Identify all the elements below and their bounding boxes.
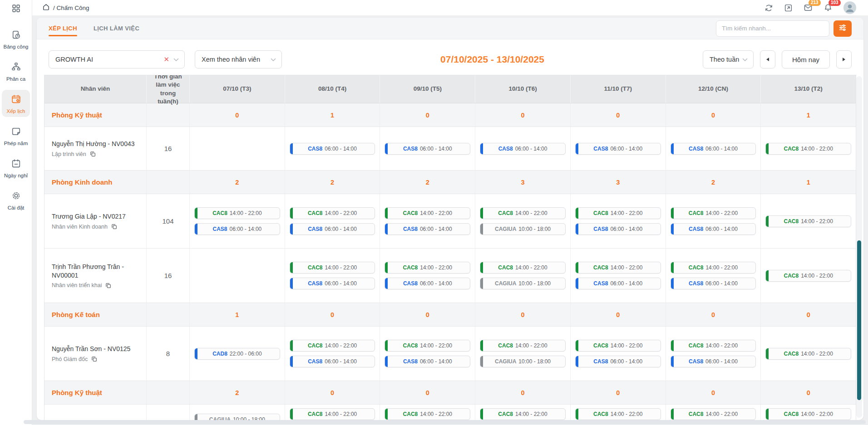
app-grid-icon[interactable] bbox=[11, 4, 21, 15]
schedule-day-cell[interactable]: CAC814:00 - 22:00 bbox=[761, 405, 856, 420]
shift-chip[interactable]: CAC814:00 - 22:00 bbox=[480, 340, 566, 352]
shift-chip[interactable]: CAS806:00 - 14:00 bbox=[290, 223, 375, 235]
refresh-icon[interactable] bbox=[764, 4, 773, 12]
schedule-day-cell[interactable]: CAS806:00 - 14:00 bbox=[571, 127, 666, 170]
schedule-day-cell[interactable]: CAC814:00 - 22:00CAS806:00 - 14:00 bbox=[571, 194, 666, 248]
copy-icon[interactable] bbox=[90, 151, 96, 157]
shift-chip[interactable]: CAC814:00 - 22:00 bbox=[575, 262, 661, 274]
sidebar-item-phan-ca[interactable]: Phân ca bbox=[2, 58, 30, 85]
shift-chip[interactable]: CAC814:00 - 22:00 bbox=[671, 207, 756, 219]
sidebar-item-cai-dat[interactable]: Cài đặt bbox=[2, 186, 30, 214]
today-button[interactable]: Hôm nay bbox=[782, 50, 830, 68]
schedule-day-cell[interactable]: CAD822:00 - 06:00 bbox=[190, 327, 285, 381]
tab-xep-lich[interactable]: XẾP LỊCH bbox=[49, 18, 77, 39]
shift-chip[interactable]: CAC814:00 - 22:00 bbox=[290, 262, 375, 274]
shift-chip[interactable]: CAC814:00 - 22:00 bbox=[575, 340, 661, 352]
shift-chip[interactable]: CAS806:00 - 14:00 bbox=[671, 278, 756, 289]
schedule-day-cell[interactable]: CAC814:00 - 22:00CAS806:00 - 14:00 bbox=[571, 327, 666, 381]
shift-chip[interactable]: CAC814:00 - 22:00 bbox=[671, 340, 756, 352]
shift-chip[interactable]: CAC814:00 - 22:00 bbox=[575, 408, 661, 420]
shift-chip[interactable]: CAS806:00 - 14:00 bbox=[575, 143, 661, 155]
schedule-day-cell[interactable]: CAC814:00 - 22:00 bbox=[475, 405, 571, 420]
shift-chip[interactable]: CAC814:00 - 22:00 bbox=[385, 408, 470, 420]
schedule-day-cell[interactable]: CAC814:00 - 22:00CAS806:00 - 14:00 bbox=[571, 249, 666, 303]
sidebar-item-phep-nam[interactable]: Phép năm bbox=[2, 122, 30, 149]
tab-lich-lam-viec[interactable]: LỊCH LÀM VIỆC bbox=[94, 18, 139, 39]
shift-chip[interactable]: CAGIUA10:00 - 18:00 bbox=[480, 223, 566, 235]
period-select[interactable]: Theo tuần bbox=[703, 50, 754, 68]
schedule-day-cell[interactable]: CAC814:00 - 22:00 bbox=[761, 127, 856, 170]
bell-icon[interactable]: 103 bbox=[824, 3, 833, 12]
shift-chip[interactable]: CAS806:00 - 14:00 bbox=[385, 223, 470, 235]
shift-chip[interactable]: CAGIUA10:00 - 18:00 bbox=[480, 356, 566, 367]
shift-chip[interactable]: CAS806:00 - 14:00 bbox=[575, 223, 661, 235]
schedule-day-cell[interactable]: CAS806:00 - 14:00 bbox=[380, 127, 475, 170]
view-mode-select[interactable]: Xem theo nhân viên bbox=[195, 50, 282, 68]
shift-chip[interactable]: CAC814:00 - 22:00 bbox=[290, 340, 375, 352]
shift-chip[interactable]: CAD822:00 - 06:00 bbox=[194, 348, 280, 360]
schedule-day-cell[interactable]: CAC814:00 - 22:00 bbox=[666, 405, 761, 420]
shift-chip[interactable]: CAC814:00 - 22:00 bbox=[575, 207, 661, 219]
shift-chip[interactable]: CAGIUA10:00 - 18:00 bbox=[194, 414, 280, 420]
schedule-day-cell[interactable]: CAC814:00 - 22:00CAS806:00 - 14:00 bbox=[190, 194, 285, 248]
mail-icon[interactable]: 213 bbox=[804, 3, 813, 12]
shift-chip[interactable]: CAC814:00 - 22:00 bbox=[385, 340, 470, 352]
schedule-day-cell[interactable]: CAC814:00 - 22:00CAS806:00 - 14:00 bbox=[380, 194, 475, 248]
schedule-day-cell[interactable]: CAC814:00 - 22:00CAS806:00 - 14:00 bbox=[285, 327, 380, 381]
schedule-day-cell[interactable]: CAS806:00 - 14:00 bbox=[285, 127, 380, 170]
shift-chip[interactable]: CAS806:00 - 14:00 bbox=[671, 356, 756, 367]
shift-chip[interactable]: CAS806:00 - 14:00 bbox=[290, 143, 375, 155]
shift-chip[interactable]: CAS806:00 - 14:00 bbox=[671, 143, 756, 155]
horizontal-scrollbar[interactable] bbox=[24, 420, 866, 424]
shift-chip[interactable]: CAC814:00 - 22:00 bbox=[194, 207, 280, 219]
schedule-day-cell[interactable]: CAC814:00 - 22:00 bbox=[761, 249, 856, 303]
schedule-day-cell[interactable]: CAC814:00 - 22:00 bbox=[761, 327, 856, 381]
shift-chip[interactable]: CAS806:00 - 14:00 bbox=[385, 356, 470, 367]
shift-chip[interactable]: CAS806:00 - 14:00 bbox=[290, 278, 375, 289]
shift-chip[interactable]: CAC814:00 - 22:00 bbox=[765, 143, 851, 155]
department-select[interactable]: GROWTH AI ✕ bbox=[49, 50, 185, 68]
filter-button[interactable] bbox=[833, 20, 852, 37]
shift-chip[interactable]: CAS806:00 - 14:00 bbox=[575, 278, 661, 289]
schedule-day-cell[interactable]: CAC814:00 - 22:00CAGIUA10:00 - 18:00 bbox=[475, 194, 571, 248]
shift-chip[interactable]: CAC814:00 - 22:00 bbox=[290, 207, 375, 219]
shift-chip[interactable]: CAC814:00 - 22:00 bbox=[480, 262, 566, 274]
copy-icon[interactable] bbox=[111, 224, 117, 230]
schedule-day-cell[interactable]: CAC814:00 - 22:00 bbox=[285, 405, 380, 420]
shift-chip[interactable]: CAS806:00 - 14:00 bbox=[385, 278, 470, 289]
fullscreen-icon[interactable] bbox=[784, 4, 793, 12]
schedule-day-cell[interactable]: CAS806:00 - 14:00 bbox=[475, 127, 571, 170]
shift-chip[interactable]: CAS806:00 - 14:00 bbox=[671, 223, 756, 235]
shift-chip[interactable]: CAC814:00 - 22:00 bbox=[480, 207, 566, 219]
shift-chip[interactable]: CAS806:00 - 14:00 bbox=[575, 356, 661, 367]
shift-chip[interactable]: CAC814:00 - 22:00 bbox=[765, 348, 851, 360]
shift-chip[interactable]: CAGIUA10:00 - 18:00 bbox=[480, 278, 566, 289]
shift-chip[interactable]: CAC814:00 - 22:00 bbox=[765, 408, 851, 420]
schedule-day-cell[interactable]: CAC814:00 - 22:00CAGIUA10:00 - 18:00 bbox=[475, 327, 571, 381]
sidebar-item-bang-cong[interactable]: Bảng công bbox=[2, 25, 30, 53]
shift-chip[interactable]: CAC814:00 - 22:00 bbox=[290, 408, 375, 420]
avatar[interactable] bbox=[843, 1, 856, 14]
schedule-day-cell[interactable]: CAS806:00 - 14:00 bbox=[666, 127, 761, 170]
shift-chip[interactable]: CAS806:00 - 14:00 bbox=[194, 223, 280, 235]
schedule-day-cell[interactable]: CAC814:00 - 22:00 bbox=[761, 194, 856, 248]
schedule-day-cell[interactable] bbox=[190, 249, 285, 303]
schedule-day-cell[interactable]: CAC814:00 - 22:00 bbox=[380, 405, 475, 420]
schedule-day-cell[interactable] bbox=[190, 127, 285, 170]
schedule-day-cell[interactable]: CAC814:00 - 22:00CAS806:00 - 14:00 bbox=[380, 327, 475, 381]
copy-icon[interactable] bbox=[105, 283, 111, 288]
schedule-day-cell[interactable]: CAC814:00 - 22:00CAGIUA10:00 - 18:00 bbox=[475, 249, 571, 303]
sidebar-item-xep-lich[interactable]: Xếp lịch bbox=[2, 90, 30, 117]
shift-chip[interactable]: CAS806:00 - 14:00 bbox=[385, 143, 470, 155]
shift-chip[interactable]: CAS806:00 - 14:00 bbox=[290, 356, 375, 367]
copy-icon[interactable] bbox=[91, 356, 97, 362]
shift-chip[interactable]: CAC814:00 - 22:00 bbox=[385, 207, 470, 219]
next-week-button[interactable] bbox=[836, 50, 852, 68]
home-icon[interactable] bbox=[42, 3, 50, 12]
sidebar-item-ngay-nghi[interactable]: Ngày nghỉ bbox=[2, 154, 30, 181]
search-input[interactable] bbox=[716, 20, 829, 37]
vertical-scrollbar-thumb[interactable] bbox=[857, 240, 861, 400]
prev-week-button[interactable] bbox=[760, 50, 775, 68]
schedule-day-cell[interactable]: CAC814:00 - 22:00CAS806:00 - 14:00 bbox=[380, 249, 475, 303]
shift-chip[interactable]: CAC814:00 - 22:00 bbox=[480, 408, 566, 420]
